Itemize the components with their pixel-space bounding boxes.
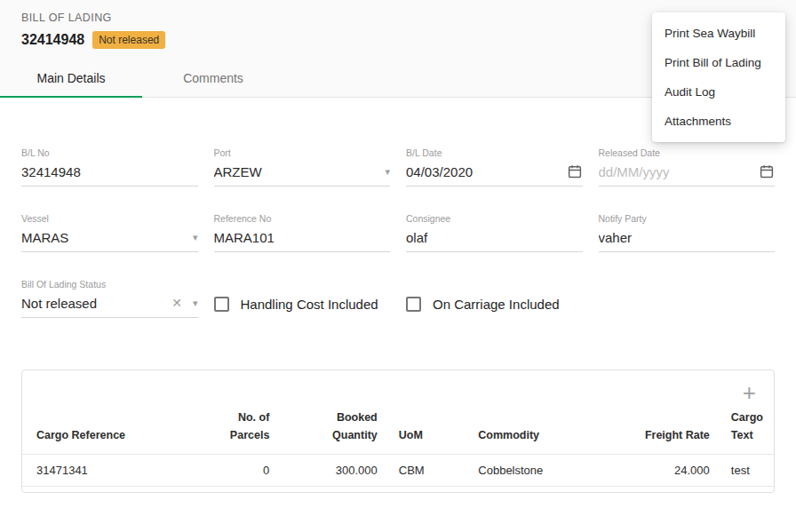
released-date-field: Released Date xyxy=(599,147,776,187)
bill-of-lading-page: BILL OF LADING 32414948 Not released Mai… xyxy=(0,0,796,532)
bl-status-field: Bill Of Lading Status Not released ✕ ▾ xyxy=(21,279,198,318)
col-booked-quantity: Booked Quantity xyxy=(280,404,387,454)
consignee-input[interactable] xyxy=(406,230,583,245)
menu-item-print-sea-waybill[interactable]: Print Sea Waybill xyxy=(652,19,785,48)
chevron-down-icon: ▾ xyxy=(193,233,198,242)
port-select[interactable]: ARZEW ▾ xyxy=(214,160,391,187)
cargo-card: + Cargo Reference No. of Parcels Booked … xyxy=(21,369,775,493)
port-label: Port xyxy=(214,147,391,158)
menu-item-attachments[interactable]: Attachments xyxy=(652,107,785,136)
handling-cost-checkbox[interactable]: Handling Cost Included xyxy=(214,279,391,318)
bl-date-label: B/L Date xyxy=(406,147,583,158)
checkbox-icon xyxy=(406,297,421,312)
status-badge: Not released xyxy=(92,31,165,49)
checkbox-icon xyxy=(214,297,229,312)
released-date-control xyxy=(599,160,776,187)
bl-date-input[interactable] xyxy=(406,164,567,179)
on-carriage-label: On Carriage Included xyxy=(433,297,560,312)
col-cargo-reference: Cargo Reference xyxy=(22,404,199,454)
bl-no-field: B/L No xyxy=(21,147,198,187)
chevron-down-icon: ▾ xyxy=(193,298,198,308)
bl-status-value: Not released xyxy=(21,296,171,311)
consignee-field: Consignee xyxy=(406,213,583,252)
bl-date-control xyxy=(406,160,583,187)
cell-no-of-parcels: 0 xyxy=(199,455,281,487)
released-date-calendar-button[interactable] xyxy=(759,163,775,179)
bl-status-label: Bill Of Lading Status xyxy=(21,279,198,290)
calendar-icon xyxy=(567,163,583,179)
consignee-label: Consignee xyxy=(406,213,583,224)
vessel-label: Vessel xyxy=(21,213,198,224)
col-uom: UoM xyxy=(388,404,468,454)
tab-main-details[interactable]: Main Details xyxy=(0,59,142,97)
reference-no-label: Reference No xyxy=(214,213,391,224)
on-carriage-checkbox[interactable]: On Carriage Included xyxy=(406,279,583,318)
bl-no-input[interactable] xyxy=(21,164,198,179)
col-no-of-parcels: No. of Parcels xyxy=(199,404,281,454)
col-commodity: Commodity xyxy=(467,404,633,454)
cell-freight-rate: 24.000 xyxy=(633,455,720,487)
bl-date-calendar-button[interactable] xyxy=(567,163,583,179)
notify-party-input[interactable] xyxy=(599,230,776,245)
notify-party-field: Notify Party xyxy=(599,213,776,252)
bl-date-field: B/L Date xyxy=(406,147,583,187)
vessel-value: MARAS xyxy=(21,230,193,245)
plus-icon: + xyxy=(743,379,756,406)
tab-comments[interactable]: Comments xyxy=(142,59,284,97)
empty-cell xyxy=(599,279,776,318)
cell-commodity: Cobbelstone xyxy=(467,455,633,487)
bol-number: 32414948 xyxy=(21,32,84,48)
cargo-table: Cargo Reference No. of Parcels Booked Qu… xyxy=(22,404,774,487)
add-cargo-button[interactable]: + xyxy=(743,381,756,404)
port-field: Port ARZEW ▾ xyxy=(214,147,391,187)
cell-cargo-reference: 31471341 xyxy=(22,455,199,487)
bl-status-select[interactable]: Not released ✕ ▾ xyxy=(21,291,198,318)
chevron-down-icon: ▾ xyxy=(385,167,390,177)
vessel-field: Vessel MARAS ▾ xyxy=(21,213,198,252)
released-date-input[interactable] xyxy=(599,164,760,179)
cargo-table-header-row: Cargo Reference No. of Parcels Booked Qu… xyxy=(22,404,774,454)
reference-no-control xyxy=(214,226,391,252)
calendar-icon xyxy=(759,163,775,179)
actions-menu: Print Sea Waybill Print Bill of Lading A… xyxy=(652,12,785,142)
consignee-control xyxy=(406,226,583,252)
handling-cost-label: Handling Cost Included xyxy=(241,297,378,312)
bl-no-label: B/L No xyxy=(21,147,198,158)
port-value: ARZEW xyxy=(214,164,386,179)
vessel-select[interactable]: MARAS ▾ xyxy=(21,226,198,252)
cell-uom: CBM xyxy=(388,455,468,487)
clear-icon[interactable]: ✕ xyxy=(171,297,182,309)
col-freight-rate: Freight Rate xyxy=(633,404,720,454)
reference-no-field: Reference No xyxy=(214,213,391,252)
notify-party-control xyxy=(599,226,776,252)
menu-item-print-bill-of-lading[interactable]: Print Bill of Lading xyxy=(652,48,785,77)
table-row[interactable]: 31471341 0 300.000 CBM Cobbelstone 24.00… xyxy=(22,455,774,487)
menu-item-audit-log[interactable]: Audit Log xyxy=(652,77,785,107)
bl-no-control xyxy=(21,160,198,187)
cell-booked-quantity: 300.000 xyxy=(280,455,387,487)
released-date-label: Released Date xyxy=(599,147,776,158)
reference-no-input[interactable] xyxy=(214,230,391,245)
notify-party-label: Notify Party xyxy=(599,213,776,224)
cell-cargo-text: test xyxy=(720,455,774,487)
col-cargo-text: Cargo Text xyxy=(720,404,774,454)
